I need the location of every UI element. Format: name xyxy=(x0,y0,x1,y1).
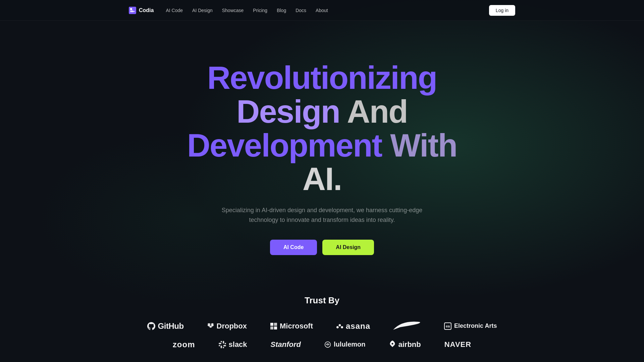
hero-section: Revolutionizing Design And Development W… xyxy=(0,21,644,282)
trust-row-2: zoom slack Stanford lululemon xyxy=(173,340,471,349)
nav-about[interactable]: About xyxy=(316,8,328,13)
microsoft-icon xyxy=(270,323,277,329)
brand-nike xyxy=(393,320,422,332)
svg-rect-9 xyxy=(270,323,273,326)
hero-buttons: AI Code AI Design xyxy=(270,240,374,255)
brand-lululemon: lululemon xyxy=(324,341,365,348)
brand-airbnb: airbnb xyxy=(389,340,421,349)
nav-docs[interactable]: Docs xyxy=(296,8,306,13)
login-button[interactable]: Log in xyxy=(489,5,515,16)
nike-swoosh-icon xyxy=(393,320,422,332)
dropbox-icon xyxy=(207,323,214,329)
slack-icon xyxy=(219,341,226,348)
navbar: Codia AI Code AI Design Showcase Pricing… xyxy=(0,0,644,21)
ai-code-button[interactable]: AI Code xyxy=(270,240,317,255)
brand-zoom: zoom xyxy=(173,340,195,349)
svg-rect-3 xyxy=(130,10,133,11)
codia-logo-svg xyxy=(129,7,136,14)
logo-icon xyxy=(129,7,136,14)
ea-box-icon: ea xyxy=(444,322,451,330)
hero-subtitle: Specializing in AI-driven design and dev… xyxy=(215,205,429,225)
brand-naver: NAVER xyxy=(444,340,471,349)
nav-showcase[interactable]: Showcase xyxy=(222,8,244,13)
svg-point-14 xyxy=(336,326,339,328)
trust-section: Trust By GitHub Dropbox xyxy=(0,282,644,362)
airbnb-icon xyxy=(389,341,396,349)
brand-github: GitHub xyxy=(147,321,184,331)
nav-ai-code[interactable]: AI Code xyxy=(166,8,183,13)
trust-row-1: GitHub Dropbox Micr xyxy=(147,320,497,332)
svg-rect-11 xyxy=(270,326,273,329)
svg-point-15 xyxy=(341,326,343,328)
svg-rect-12 xyxy=(274,326,277,329)
github-icon xyxy=(147,322,155,330)
brand-ea: ea Electronic Arts xyxy=(444,322,497,330)
svg-rect-10 xyxy=(274,323,277,326)
logo-text: Codia xyxy=(139,7,154,13)
nav-ai-design[interactable]: AI Design xyxy=(192,8,213,13)
asana-icon xyxy=(336,323,343,329)
nav-blog[interactable]: Blog xyxy=(277,8,286,13)
svg-rect-1 xyxy=(130,8,132,10)
nav-links: AI Code AI Design Showcase Pricing Blog … xyxy=(166,7,328,13)
logo-link[interactable]: Codia xyxy=(129,7,154,14)
brand-slack: slack xyxy=(219,340,247,349)
brand-dropbox: Dropbox xyxy=(207,322,247,330)
trust-title: Trust By xyxy=(305,295,339,306)
svg-point-13 xyxy=(339,324,341,326)
hero-title: Revolutionizing Design And Development W… xyxy=(171,61,473,196)
ai-design-button[interactable]: AI Design xyxy=(322,240,374,255)
brand-asana: asana xyxy=(336,321,370,331)
svg-rect-2 xyxy=(130,11,135,12)
lululemon-icon xyxy=(324,341,331,348)
brand-microsoft: Microsoft xyxy=(270,322,313,330)
trust-logos: GitHub Dropbox Micr xyxy=(138,320,506,349)
brand-stanford: Stanford xyxy=(271,340,301,349)
nav-pricing[interactable]: Pricing xyxy=(253,8,267,13)
